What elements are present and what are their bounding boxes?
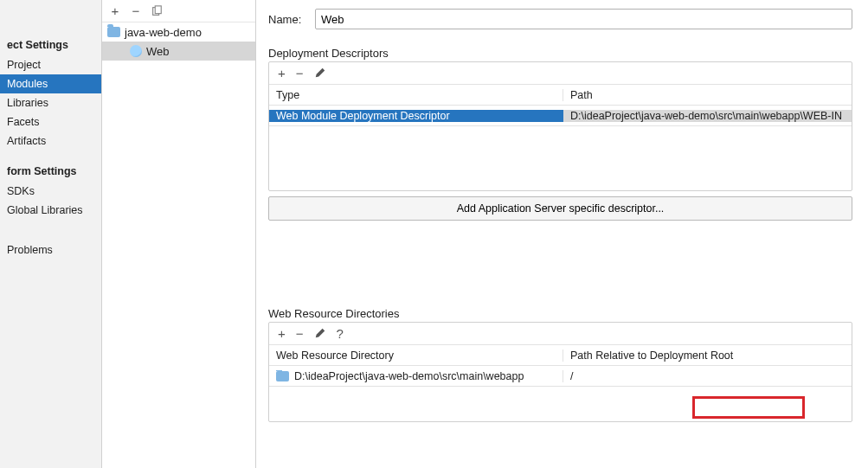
settings-sidebar: ect Settings Project Modules Libraries F… <box>0 0 102 468</box>
sidebar-item-problems[interactable]: Problems <box>0 240 101 260</box>
add-server-descriptor-button[interactable]: Add Application Server specific descript… <box>268 196 852 221</box>
web-resource-dirs-label: Web Resource Directories <box>268 307 852 320</box>
wr-empty-area <box>269 387 852 421</box>
svg-rect-1 <box>155 5 161 13</box>
button-label: Add Application Server specific descript… <box>457 202 665 215</box>
name-row: Name: <box>268 9 852 29</box>
web-resource-dirs-box: + − ? Web Resource Directory Path Relati… <box>268 322 852 422</box>
tree-node-label: Web <box>146 45 170 58</box>
folder-icon <box>276 371 289 381</box>
copy-icon[interactable] <box>151 5 163 17</box>
wr-row-dir: D:\ideaProject\java-web-demo\src\main\we… <box>269 370 563 382</box>
dd-row-type: Web Module Deployment Descriptor <box>269 110 563 122</box>
wr-dir-header: Web Resource Directory <box>269 349 563 362</box>
sidebar-item-sdks[interactable]: SDKs <box>0 182 101 201</box>
wr-row-dir-text: D:\ideaProject\java-web-demo\src\main\we… <box>294 370 524 382</box>
wr-table-header: Web Resource Directory Path Relative to … <box>269 345 852 366</box>
add-icon[interactable]: + <box>278 327 286 340</box>
sidebar-item-project[interactable]: Project <box>0 55 101 74</box>
dd-table-row[interactable]: Web Module Deployment Descriptor D:\idea… <box>269 106 852 126</box>
tree-node-root[interactable]: java-web-demo <box>102 22 255 42</box>
wr-toolbar: + − ? <box>269 323 852 345</box>
folder-icon <box>107 27 120 37</box>
sidebar-item-facets[interactable]: Facets <box>0 112 101 131</box>
dd-type-header: Type <box>269 89 563 101</box>
edit-icon[interactable] <box>314 327 326 341</box>
deployment-descriptors-label: Deployment Descriptors <box>268 47 852 60</box>
sidebar-heading-project-settings: ect Settings <box>0 35 101 55</box>
help-icon[interactable]: ? <box>337 327 344 340</box>
dd-toolbar: + − <box>269 62 852 85</box>
deployment-descriptors-box: + − Type Path Web Module Deployment Desc… <box>268 61 852 191</box>
edit-icon[interactable] <box>314 67 326 80</box>
module-tree[interactable]: java-web-demo Web <box>102 22 255 468</box>
tree-node-label: java-web-demo <box>125 26 202 39</box>
dd-path-header: Path <box>563 89 852 101</box>
module-tree-toolbar: + − <box>102 0 255 22</box>
web-facet-icon <box>130 45 142 57</box>
name-input[interactable] <box>315 9 852 29</box>
name-label: Name: <box>268 13 315 26</box>
sidebar-item-libraries[interactable]: Libraries <box>0 93 101 112</box>
remove-icon[interactable]: − <box>296 67 304 80</box>
dd-empty-area <box>269 126 852 190</box>
dd-row-path: D:\ideaProject\java-web-demo\src\main\we… <box>563 110 852 122</box>
tree-node-web[interactable]: Web <box>102 42 255 61</box>
facet-editor: Name: Deployment Descriptors + − Type Pa… <box>256 0 868 468</box>
add-icon[interactable]: + <box>278 67 286 80</box>
sidebar-item-global-libraries[interactable]: Global Libraries <box>0 201 101 220</box>
wr-table-row[interactable]: D:\ideaProject\java-web-demo\src\main\we… <box>269 366 852 387</box>
module-tree-pane: + − java-web-demo Web <box>102 0 256 468</box>
add-icon[interactable]: + <box>109 5 121 17</box>
wr-rel-header: Path Relative to Deployment Root <box>563 349 852 362</box>
remove-icon[interactable]: − <box>130 5 142 17</box>
sidebar-heading-platform-settings: form Settings <box>0 161 101 182</box>
sidebar-item-modules[interactable]: Modules <box>0 74 101 93</box>
wr-row-rel: / <box>563 370 852 382</box>
remove-icon[interactable]: − <box>296 327 304 340</box>
dd-table-header: Type Path <box>269 85 852 106</box>
sidebar-item-artifacts[interactable]: Artifacts <box>0 131 101 151</box>
